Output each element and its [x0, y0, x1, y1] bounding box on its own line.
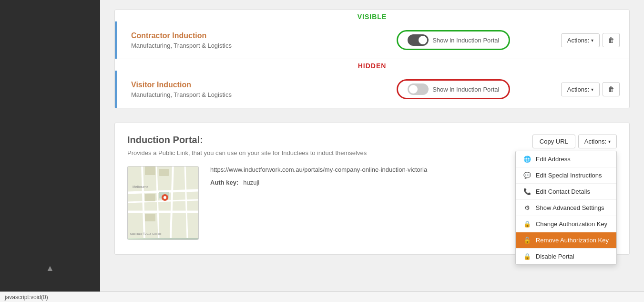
contractor-actions-button[interactable]: Actions: ▾: [561, 33, 600, 47]
comment-icon: 💬: [523, 172, 531, 179]
visitor-toggle[interactable]: [408, 83, 429, 95]
dropdown-edit-address-label: Edit Address: [536, 156, 571, 163]
contractor-toggle-slider: [408, 34, 429, 46]
visitor-trash-button[interactable]: 🗑: [603, 82, 620, 96]
svg-rect-10: [145, 194, 155, 201]
visitor-toggle-label: Show in Induction Portal: [432, 86, 499, 93]
svg-rect-8: [145, 167, 155, 175]
contractor-actions-chevron: ▾: [591, 38, 593, 43]
hidden-label: HIDDEN: [115, 59, 629, 71]
visitor-toggle-slider: [408, 83, 429, 95]
globe-icon: 🌐: [523, 156, 531, 163]
visitor-actions: Actions: ▾ 🗑: [561, 82, 620, 96]
visitor-induction-item: Visitor Induction Manufacturing, Transpo…: [115, 71, 629, 108]
svg-text:Melbourne: Melbourne: [133, 185, 148, 188]
dropdown-edit-special-instructions-label: Edit Special Instructions: [536, 172, 602, 179]
lock2-icon: 🔒: [523, 253, 531, 260]
scroll-up-icon[interactable]: ▲: [46, 263, 54, 273]
visitor-subtitle: Manufacturing, Transport & Logistics: [131, 91, 346, 98]
left-accent: [115, 21, 117, 59]
portal-actions-chevron: ▾: [608, 139, 611, 144]
dropdown-change-auth-key[interactable]: 🔒 Change Authorization Key: [516, 216, 616, 232]
map-placeholder: Melbourne Map data ©2018 Google: [128, 167, 198, 240]
dropdown-edit-contact-details-label: Edit Contact Details: [536, 188, 590, 195]
contractor-actions: Actions: ▾ 🗑: [561, 33, 620, 47]
visitor-info: Visitor Induction Manufacturing, Transpo…: [124, 81, 346, 98]
dropdown-edit-special-instructions[interactable]: 💬 Edit Special Instructions: [516, 167, 616, 184]
contractor-toggle-oval: Show in Induction Portal: [397, 30, 510, 50]
contractor-induction-item: Contractor Induction Manufacturing, Tran…: [115, 21, 629, 59]
dropdown-remove-auth-key[interactable]: 🔓 Remove Authorization Key: [516, 232, 616, 249]
visitor-toggle-area: Show in Induction Portal: [346, 79, 561, 99]
portal-actions-bar: Copy URL Actions: ▾: [532, 135, 617, 148]
contractor-toggle-label: Show in Induction Portal: [432, 37, 499, 44]
portal-actions-dropdown: 🌐 Edit Address 💬 Edit Special Instructio…: [515, 151, 617, 265]
dropdown-edit-address[interactable]: 🌐 Edit Address: [516, 151, 616, 167]
left-accent-visitor: [115, 71, 117, 108]
contractor-actions-label: Actions:: [567, 37, 589, 44]
dropdown-disable-portal[interactable]: 🔒 Disable Portal: [516, 249, 616, 264]
visitor-toggle-oval: Show in Induction Portal: [397, 79, 510, 99]
visitor-actions-button[interactable]: Actions: ▾: [561, 83, 600, 96]
main-content: VISIBLE Contractor Induction Manufacturi…: [100, 0, 644, 302]
contractor-title: Contractor Induction: [131, 31, 346, 40]
visitor-actions-chevron: ▾: [591, 87, 593, 92]
contractor-subtitle: Manufacturing, Transport & Logistics: [131, 42, 346, 49]
contractor-trash-button[interactable]: 🗑: [603, 33, 620, 47]
visible-label: VISIBLE: [115, 10, 629, 21]
contractor-info: Contractor Induction Manufacturing, Tran…: [124, 31, 346, 49]
dropdown-show-advanced-settings-label: Show Advanced Settings: [536, 204, 604, 211]
svg-rect-12: [145, 214, 155, 221]
svg-point-14: [164, 196, 166, 199]
visitor-title: Visitor Induction: [131, 81, 346, 89]
dropdown-remove-auth-key-label: Remove Authorization Key: [536, 237, 609, 244]
portal-section: Induction Portal: Provides a Public Link…: [114, 123, 630, 255]
sidebar: ▲: [0, 0, 100, 302]
svg-rect-9: [159, 169, 169, 176]
dropdown-edit-contact-details[interactable]: 📞 Edit Contact Details: [516, 184, 616, 200]
svg-text:Map data ©2018 Google: Map data ©2018 Google: [130, 232, 162, 235]
status-bar: javascript:void(0): [0, 292, 644, 302]
contractor-toggle[interactable]: [408, 34, 429, 46]
portal-actions-button[interactable]: Actions: ▾: [578, 135, 617, 148]
unlock-icon: 🔓: [523, 237, 531, 244]
visitor-actions-label: Actions:: [567, 86, 589, 93]
portal-actions-label: Actions:: [584, 138, 606, 145]
contractor-toggle-area: Show in Induction Portal: [346, 30, 561, 50]
portal-map: Melbourne Map data ©2018 Google: [127, 166, 199, 240]
dropdown-show-advanced-settings[interactable]: ⚙ Show Advanced Settings: [516, 200, 616, 216]
dropdown-disable-portal-label: Disable Portal: [536, 253, 574, 260]
dropdown-change-auth-key-label: Change Authorization Key: [536, 220, 607, 228]
phone-icon: 📞: [523, 188, 531, 195]
auth-key-value: huzuji: [243, 179, 259, 186]
auth-key-label: Auth key:: [210, 179, 238, 186]
copy-url-button[interactable]: Copy URL: [532, 135, 575, 148]
lock-icon: 🔒: [523, 220, 531, 228]
settings-icon: ⚙: [523, 204, 531, 211]
induction-list: VISIBLE Contractor Induction Manufacturi…: [114, 10, 630, 108]
status-text: javascript:void(0): [5, 294, 48, 301]
